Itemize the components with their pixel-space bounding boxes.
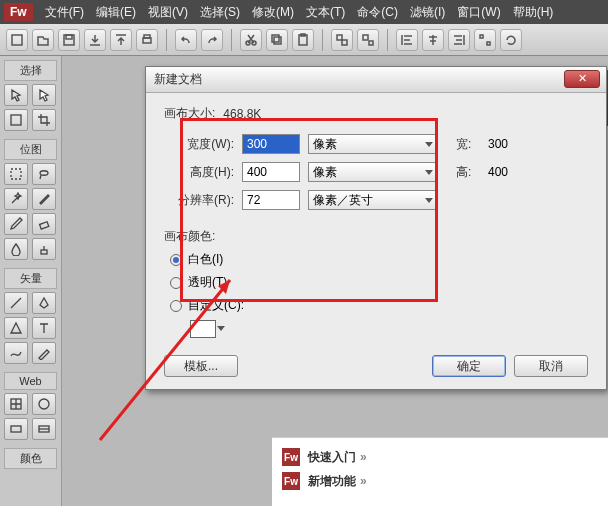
cut-icon[interactable] [240, 29, 262, 51]
canvas-color-label: 画布颜色: [164, 228, 588, 245]
svg-rect-14 [369, 41, 373, 45]
resolution-unit-combo[interactable]: 像素／英寸 [308, 190, 438, 210]
tools-panel: 选择 位图 矢量 Web 颜色 [0, 56, 62, 506]
main-toolbar [0, 24, 608, 56]
separator [387, 29, 388, 51]
svg-marker-21 [11, 323, 21, 333]
show-slice-icon[interactable] [32, 418, 56, 440]
fw-icon: Fw [282, 472, 300, 490]
menu-window[interactable]: 窗口(W) [451, 4, 506, 21]
canvas-size-value: 468.8K [223, 107, 261, 121]
blur-tool-icon[interactable] [4, 238, 28, 260]
chevron-down-icon [425, 142, 433, 147]
lasso-tool-icon[interactable] [32, 163, 56, 185]
menu-help[interactable]: 帮助(H) [507, 4, 560, 21]
svg-rect-16 [487, 42, 490, 45]
menu-edit[interactable]: 编辑(E) [90, 4, 142, 21]
ok-button[interactable]: 确定 [432, 355, 506, 377]
menu-text[interactable]: 文本(T) [300, 4, 351, 21]
height-unit-combo[interactable]: 像素 [308, 162, 438, 182]
height-input[interactable] [242, 162, 300, 182]
svg-rect-20 [41, 250, 47, 254]
cancel-button[interactable]: 取消 [514, 355, 588, 377]
distribute-icon[interactable] [474, 29, 496, 51]
radio-transparent[interactable]: 透明(T) [170, 274, 588, 291]
template-button[interactable]: 模板... [164, 355, 238, 377]
group-icon[interactable] [331, 29, 353, 51]
import-icon[interactable] [84, 29, 106, 51]
quickstart-card[interactable]: Fw 快速入门» [282, 448, 598, 466]
rotate-icon[interactable] [500, 29, 522, 51]
align-right-icon[interactable] [448, 29, 470, 51]
radio-icon [170, 254, 182, 266]
radio-custom[interactable]: 自定义(C): [170, 297, 588, 314]
side-width-label: 宽: [456, 136, 480, 153]
svg-rect-8 [272, 35, 279, 42]
chevron-down-icon [425, 198, 433, 203]
freeform-tool-icon[interactable] [4, 342, 28, 364]
separator [166, 29, 167, 51]
radio-icon [170, 300, 182, 312]
dialog-titlebar[interactable]: 新建文档 ✕ [146, 67, 606, 93]
whatsnew-card[interactable]: Fw 新增功能» [282, 472, 598, 490]
menu-view[interactable]: 视图(V) [142, 4, 194, 21]
canvas-size-label: 画布大小: [164, 105, 215, 122]
subselect-tool-icon[interactable] [32, 84, 56, 106]
crop-tool-icon[interactable] [32, 109, 56, 131]
radio-white-label: 白色(I) [188, 251, 223, 268]
pencil-tool-icon[interactable] [4, 213, 28, 235]
width-unit-combo[interactable]: 像素 [308, 134, 438, 154]
text-tool-icon[interactable] [32, 317, 56, 339]
wand-tool-icon[interactable] [4, 188, 28, 210]
scale-tool-icon[interactable] [4, 109, 28, 131]
menu-modify[interactable]: 修改(M) [246, 4, 300, 21]
knife-tool-icon[interactable] [32, 342, 56, 364]
color-swatch[interactable] [190, 320, 216, 338]
svg-rect-7 [274, 37, 281, 44]
side-height-label: 高: [456, 164, 480, 181]
redo-icon[interactable] [201, 29, 223, 51]
slice-tool-icon[interactable] [4, 393, 28, 415]
shape-tool-icon[interactable] [4, 317, 28, 339]
copy-icon[interactable] [266, 29, 288, 51]
svg-rect-18 [11, 169, 21, 179]
menu-bar: Fw 文件(F) 编辑(E) 视图(V) 选择(S) 修改(M) 文本(T) 命… [0, 0, 608, 24]
pen-tool-icon[interactable] [32, 292, 56, 314]
line-tool-icon[interactable] [4, 292, 28, 314]
radio-transparent-label: 透明(T) [188, 274, 227, 291]
open-icon[interactable] [32, 29, 54, 51]
hide-slice-icon[interactable] [4, 418, 28, 440]
eraser-tool-icon[interactable] [32, 213, 56, 235]
radio-white[interactable]: 白色(I) [170, 251, 588, 268]
radio-custom-label: 自定义(C): [188, 297, 244, 314]
menu-select[interactable]: 选择(S) [194, 4, 246, 21]
new-icon[interactable] [6, 29, 28, 51]
svg-rect-4 [144, 35, 150, 38]
menu-file[interactable]: 文件(F) [39, 4, 90, 21]
stamp-tool-icon[interactable] [32, 238, 56, 260]
pointer-tool-icon[interactable] [4, 84, 28, 106]
print-icon[interactable] [136, 29, 158, 51]
svg-point-23 [39, 399, 49, 409]
separator [322, 29, 323, 51]
width-input[interactable] [242, 134, 300, 154]
width-label: 宽度(W): [164, 136, 234, 153]
menu-filter[interactable]: 滤镜(I) [404, 4, 451, 21]
align-left-icon[interactable] [396, 29, 418, 51]
hotspot-tool-icon[interactable] [32, 393, 56, 415]
brush-tool-icon[interactable] [32, 188, 56, 210]
radio-icon [170, 277, 182, 289]
menu-command[interactable]: 命令(C) [351, 4, 404, 21]
undo-icon[interactable] [175, 29, 197, 51]
save-icon[interactable] [58, 29, 80, 51]
export-icon[interactable] [110, 29, 132, 51]
align-center-icon[interactable] [422, 29, 444, 51]
paste-icon[interactable] [292, 29, 314, 51]
section-vector-head: 矢量 [4, 268, 57, 289]
close-button[interactable]: ✕ [564, 70, 600, 88]
resolution-label: 分辨率(R): [164, 192, 234, 209]
resolution-input[interactable] [242, 190, 300, 210]
svg-rect-2 [66, 35, 72, 39]
marquee-tool-icon[interactable] [4, 163, 28, 185]
ungroup-icon[interactable] [357, 29, 379, 51]
